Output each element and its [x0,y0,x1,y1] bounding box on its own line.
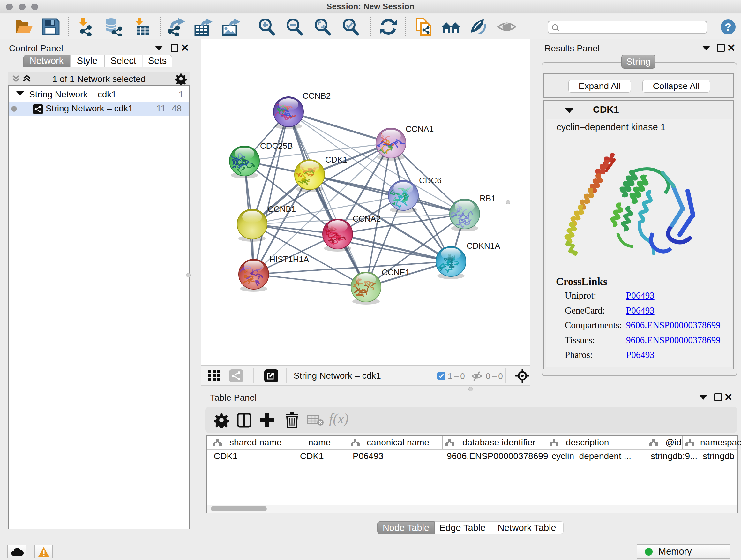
svg-text:CDK1: CDK1 [325,155,347,165]
svg-text:CCNB1: CCNB1 [268,204,296,214]
svg-text:CDKN1A: CDKN1A [467,241,500,251]
svg-text:CDC25B: CDC25B [260,141,293,151]
svg-text:CCNA2: CCNA2 [353,214,381,224]
svg-text:CCNE1: CCNE1 [382,267,410,277]
svg-text:HIST1H1A: HIST1H1A [269,254,309,264]
svg-text:CCNA1: CCNA1 [406,124,434,134]
svg-text:CCNB2: CCNB2 [302,91,331,101]
svg-text:CDC6: CDC6 [419,176,442,185]
svg-text:RB1: RB1 [480,193,496,203]
